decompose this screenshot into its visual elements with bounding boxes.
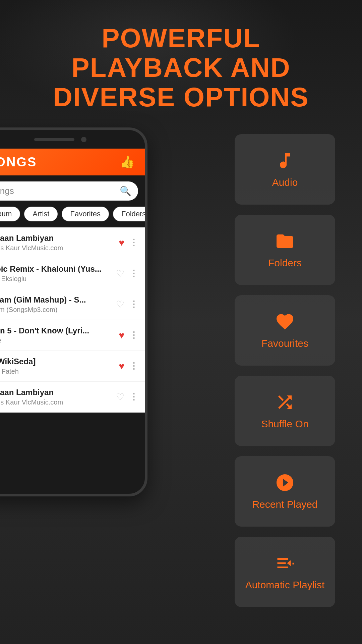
phone-notch: [0, 130, 145, 149]
filter-tabs: Album Artist Favorites Folders: [0, 207, 145, 227]
song-artist: Abdul Fateh: [0, 368, 115, 375]
more-options-icon[interactable]: ⋮: [129, 392, 138, 402]
song-info: on [WikiSeda] Abdul Fateh: [0, 357, 115, 375]
song-artist: Richie: [0, 337, 115, 344]
song-title: Arabic Remix - Khalouni (Yus...: [0, 264, 113, 274]
feature-folders-button[interactable]: Folders: [235, 215, 335, 285]
heart-icon: [275, 312, 295, 333]
song-item[interactable]: on [WikiSeda] Abdul Fateh ♥ ⋮: [0, 351, 145, 382]
play-circle-icon: [275, 473, 295, 494]
song-title: Raataan Lambiyan: [0, 233, 115, 243]
song-info: Raataan Lambiyan Shrees Kaur VlcMusic.co…: [0, 233, 115, 252]
feature-favourites-button[interactable]: Favourites: [235, 295, 335, 366]
header-section: POWERFUL PLAYBACK AND DIVERSE OPTIONS: [0, 17, 362, 119]
song-info: aroon 5 - Don't Know (Lyri... Richie: [0, 326, 115, 344]
heart-icon[interactable]: ♡: [116, 299, 124, 310]
song-info: Raataan Lambiyan Shrees Kaur VlcMusic.co…: [0, 388, 113, 406]
song-artist: Yusuf Eksioglu: [0, 275, 113, 283]
heart-icon[interactable]: ♥: [119, 237, 124, 248]
header-title: POWERFUL PLAYBACK AND DIVERSE OPTIONS: [27, 23, 335, 112]
song-item[interactable]: Raataan Lambiyan Shrees Kaur VlcMusic.co…: [0, 227, 145, 258]
features-panel: Audio Folders Favourites Shuffle On: [235, 134, 349, 607]
heart-icon[interactable]: ♥: [119, 361, 124, 372]
feature-recent-label: Recent Played: [252, 499, 317, 510]
tab-folders[interactable]: Folders: [113, 207, 145, 221]
song-artist: Shrees Kaur VlcMusic.com: [0, 398, 113, 406]
heart-icon[interactable]: ♥: [119, 330, 124, 341]
song-title: on [WikiSeda]: [0, 357, 115, 366]
search-input[interactable]: Songs: [0, 186, 120, 196]
search-icon[interactable]: 🔍: [120, 185, 131, 197]
more-options-icon[interactable]: ⋮: [129, 268, 138, 279]
feature-auto-playlist-button[interactable]: Automatic Playlist: [235, 537, 335, 607]
app-title: SONGS: [0, 155, 37, 169]
feature-audio-label: Audio: [272, 177, 298, 188]
tab-artist[interactable]: Artist: [24, 207, 58, 221]
feature-audio-button[interactable]: Audio: [235, 134, 335, 205]
song-item[interactable]: f Aslam (GiM Mashup) - S... f Aslam (Son…: [0, 289, 145, 320]
feature-folders-label: Folders: [268, 257, 302, 269]
feature-auto-playlist-label: Automatic Playlist: [245, 579, 325, 591]
song-item[interactable]: Arabic Remix - Khalouni (Yus... Yusuf Ek…: [0, 258, 145, 289]
app-header: SONGS 👍: [0, 149, 145, 175]
feature-shuffle-label: Shuffle On: [261, 418, 308, 430]
song-actions: ♡ ⋮: [116, 391, 138, 402]
folder-icon: [275, 231, 295, 253]
more-options-icon[interactable]: ⋮: [129, 237, 138, 248]
heart-icon[interactable]: ♡: [116, 391, 124, 402]
phone-mockup: SONGS 👍 Songs 🔍 Album Artist Favorites F…: [0, 127, 147, 496]
shuffle-icon: [275, 392, 295, 414]
tab-favorites[interactable]: Favorites: [62, 207, 109, 221]
feature-recent-button[interactable]: Recent Played: [235, 456, 335, 527]
like-icon[interactable]: 👍: [120, 155, 135, 169]
song-info: f Aslam (GiM Mashup) - S... f Aslam (Son…: [0, 295, 113, 314]
notch-bar: [34, 138, 74, 141]
tab-album[interactable]: Album: [0, 207, 20, 221]
notch-dot: [81, 137, 86, 142]
song-artist: Shrees Kaur VlcMusic.com: [0, 244, 115, 252]
song-item[interactable]: Raataan Lambiyan Shrees Kaur VlcMusic.co…: [0, 382, 145, 413]
more-options-icon[interactable]: ⋮: [129, 299, 138, 310]
song-title: aroon 5 - Don't Know (Lyri...: [0, 326, 115, 335]
search-bar[interactable]: Songs 🔍: [0, 181, 138, 201]
song-title: Raataan Lambiyan: [0, 388, 113, 397]
feature-favourites-label: Favourites: [261, 338, 308, 349]
feature-shuffle-button[interactable]: Shuffle On: [235, 376, 335, 446]
heart-icon[interactable]: ♡: [116, 268, 124, 279]
song-title: f Aslam (GiM Mashup) - S...: [0, 295, 113, 305]
song-actions: ♥ ⋮: [119, 361, 138, 372]
more-options-icon[interactable]: ⋮: [129, 361, 138, 371]
song-actions: ♡ ⋮: [116, 268, 138, 279]
more-options-icon[interactable]: ⋮: [129, 330, 138, 340]
music-note-icon: [275, 151, 295, 172]
song-item[interactable]: aroon 5 - Don't Know (Lyri... Richie ♥ ⋮: [0, 320, 145, 351]
auto-playlist-icon: [275, 553, 295, 575]
song-actions: ♥ ⋮: [119, 330, 138, 341]
song-actions: ♡ ⋮: [116, 299, 138, 310]
song-list: Raataan Lambiyan Shrees Kaur VlcMusic.co…: [0, 227, 145, 413]
song-info: Arabic Remix - Khalouni (Yus... Yusuf Ek…: [0, 264, 113, 283]
song-actions: ♥ ⋮: [119, 237, 138, 248]
song-artist: f Aslam (SongsMp3.com): [0, 306, 113, 314]
